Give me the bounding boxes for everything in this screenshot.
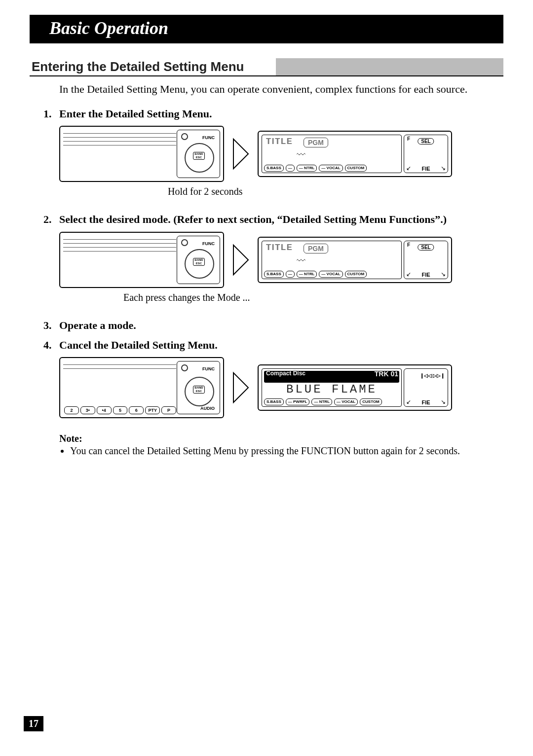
preset-6: 6: [129, 406, 144, 414]
preset-5: 5: [113, 406, 128, 414]
fie-label: FIE: [421, 399, 430, 405]
power-icon: [181, 133, 188, 140]
step-text: Cancel the Detailed Setting Menu.: [59, 338, 503, 353]
soft-b: ―: [286, 165, 295, 172]
panel-illustration: FUNC BANDESC: [59, 232, 224, 288]
display-illustration-2: TITLE PGM 〰 S.BASS ― ― NTRL ― VOCAL CUST…: [258, 237, 452, 283]
soft-vocal: ― VOCAL: [319, 271, 343, 278]
step-text: Enter the Detailed Setting Menu.: [59, 107, 503, 121]
arrow-icon: [231, 370, 251, 405]
soft-custom: CUSTOM: [345, 271, 367, 278]
step-number: 1.: [43, 107, 59, 121]
display-illustration-1: TITLE PGM 〰 S.BASS ― ― NTRL ― VOCAL CUST…: [258, 131, 452, 177]
diagram-step-4: FUNC BANDESC AUDIO 2 3• •4 5 6 PTY P Com…: [59, 357, 503, 418]
left-curve-icon: ↙: [406, 165, 411, 172]
step-number: 2.: [43, 212, 59, 227]
step-3: 3. Operate a mode.: [43, 318, 503, 333]
note-title: Note:: [59, 433, 503, 444]
f-label: F: [407, 136, 410, 142]
soft-sbass: S.BASS: [264, 398, 284, 405]
left-curve-icon: ↙: [406, 398, 411, 405]
display-illustration-3: Compact Disc TRK 01 BLUE FLAME S.BASS ― …: [258, 364, 452, 411]
title-label: TITLE: [266, 137, 293, 146]
band-esc-button: BANDESC: [193, 152, 205, 160]
panel-illustration: FUNC BANDESC: [59, 126, 224, 182]
signal-icon: 〰: [297, 150, 305, 160]
preset-row: 2 3• •4 5 6 PTY P: [64, 406, 176, 414]
step-number: 3.: [43, 318, 59, 333]
preset-pty: PTY: [145, 406, 160, 414]
arrow-icon: [231, 243, 251, 277]
soft-custom: CUSTOM: [360, 398, 382, 405]
step-text: Select the desired mode. (Refer to next …: [59, 212, 503, 227]
soft-ntrl: ― NTRL: [311, 398, 332, 405]
prev-track-icon: ❙◁◁: [417, 373, 435, 378]
soft-custom: CUSTOM: [345, 165, 367, 172]
diagram-step-1: FUNC BANDESC TITLE PGM 〰 S.BASS ― ― NTRL…: [59, 126, 503, 182]
power-icon: [181, 239, 188, 246]
svg-marker-0: [233, 139, 248, 169]
softkey-row: S.BASS ― ― NTRL ― VOCAL CUSTOM: [264, 271, 399, 278]
soft-b: ―: [286, 271, 295, 278]
preset-p: P: [161, 406, 176, 414]
right-curve-icon: ↘: [441, 165, 446, 172]
soft-ntrl: ― NTRL: [297, 271, 317, 278]
func-label: FUNC: [202, 241, 215, 246]
svg-marker-2: [233, 373, 248, 402]
cd-label: Compact Disc: [266, 370, 305, 377]
step-2: 2. Select the desired mode. (Refer to ne…: [43, 212, 503, 227]
pgm-badge: PGM: [304, 244, 328, 253]
track-number: TRK 01: [375, 370, 398, 378]
func-label: FUNC: [202, 366, 215, 371]
f-label: F: [407, 242, 410, 248]
step-text: Operate a mode.: [59, 318, 503, 333]
sel-button: SEL: [418, 138, 434, 144]
band-esc-button: BANDESC: [193, 258, 205, 266]
page-number: 17: [24, 716, 43, 731]
signal-icon: 〰: [297, 256, 305, 266]
next-track-icon: ▷▷❙: [433, 373, 445, 378]
soft-pwrfl: ― PWRFL: [286, 398, 310, 405]
step-number: 4.: [43, 338, 59, 353]
fie-label: FIE: [421, 166, 430, 172]
fie-label: FIE: [421, 272, 430, 278]
arrow-icon: [231, 137, 251, 171]
diagram-step-2: FUNC BANDESC TITLE PGM 〰 S.BASS ― ― NTRL…: [59, 232, 503, 288]
power-icon: [181, 364, 188, 371]
sel-button: SEL: [418, 244, 434, 251]
soft-sbass: S.BASS: [264, 271, 284, 278]
soft-vocal: ― VOCAL: [334, 398, 358, 405]
func-label: FUNC: [202, 135, 215, 140]
step-4: 4. Cancel the Detailed Setting Menu.: [43, 338, 503, 353]
caption-1: Hold for 2 seconds: [168, 186, 503, 197]
left-curve-icon: ↙: [406, 271, 411, 278]
title-label: TITLE: [266, 243, 293, 252]
track-title: BLUE FLAME: [262, 383, 401, 396]
band-esc-button: BANDESC: [193, 386, 205, 394]
audio-label: AUDIO: [200, 406, 215, 411]
step-1: 1. Enter the Detailed Setting Menu.: [43, 107, 503, 121]
soft-vocal: ― VOCAL: [319, 165, 343, 172]
soft-ntrl: ― NTRL: [297, 165, 317, 172]
chapter-title: Basic Operation: [30, 15, 503, 43]
note-item: You can cancel the Detailed Setting Menu…: [70, 445, 503, 457]
intro-text: In the Detailed Setting Menu, you can op…: [59, 82, 503, 97]
panel-illustration: FUNC BANDESC AUDIO 2 3• •4 5 6 PTY P: [59, 357, 224, 418]
preset-4: •4: [97, 406, 112, 414]
pgm-badge: PGM: [304, 138, 328, 147]
note-block: Note: You can cancel the Detailed Settin…: [59, 433, 503, 457]
right-curve-icon: ↘: [441, 398, 446, 405]
section-heading: Entering the Detailed Setting Menu: [30, 58, 503, 76]
svg-marker-1: [233, 245, 248, 275]
soft-sbass: S.BASS: [264, 165, 284, 172]
right-curve-icon: ↘: [441, 271, 446, 278]
softkey-row: S.BASS ― PWRFL ― NTRL ― VOCAL CUSTOM: [264, 398, 399, 405]
caption-2: Each press changes the Mode ...: [123, 292, 503, 303]
preset-3: 3•: [80, 406, 95, 414]
preset-2: 2: [64, 406, 79, 414]
softkey-row: S.BASS ― ― NTRL ― VOCAL CUSTOM: [264, 165, 399, 172]
